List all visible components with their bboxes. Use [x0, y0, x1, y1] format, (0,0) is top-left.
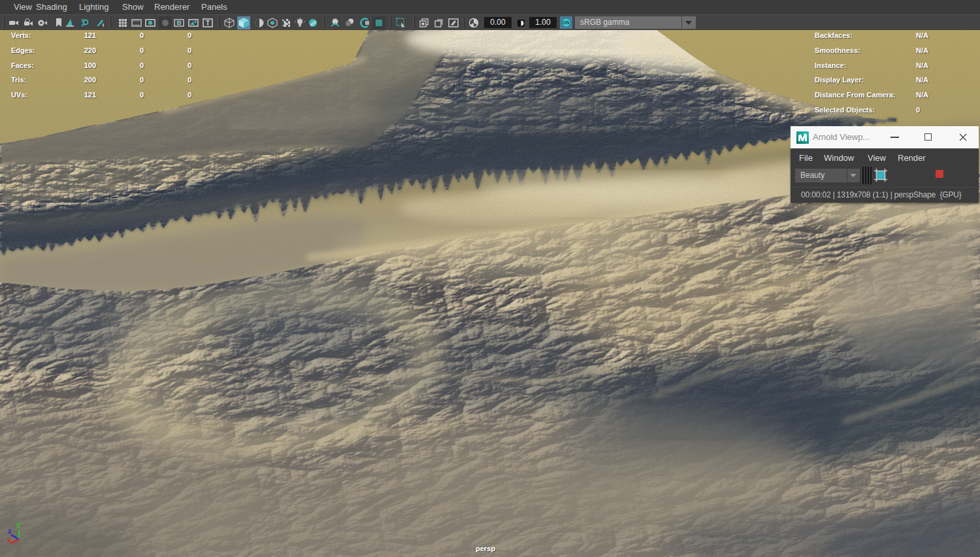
svg-text:y: y — [16, 520, 21, 528]
svg-text:x: x — [7, 536, 12, 544]
svg-text:z: z — [8, 527, 12, 535]
svg-text:T: T — [206, 20, 210, 27]
